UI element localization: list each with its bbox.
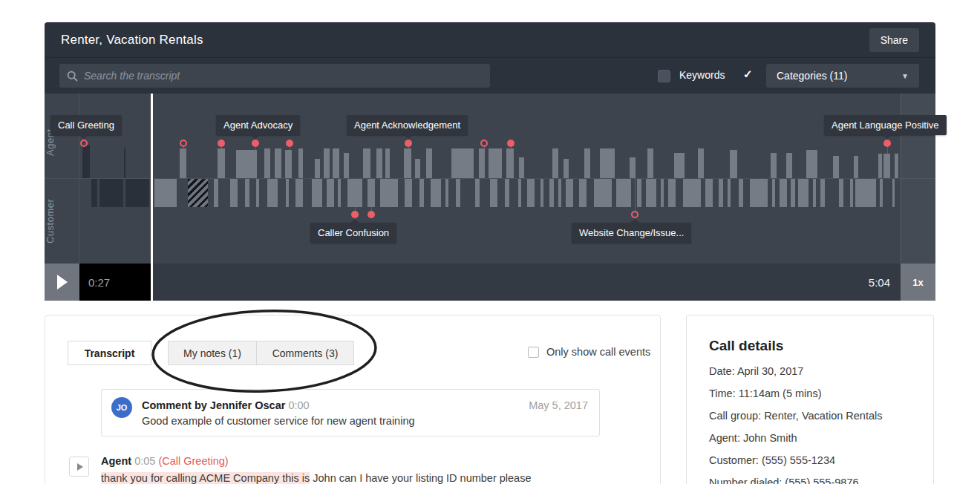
playhead[interactable]: [151, 94, 153, 301]
agent-utterance-bar[interactable]: [519, 157, 524, 178]
agent-utterance-bar[interactable]: [285, 150, 292, 178]
customer-utterance-bar[interactable]: [892, 179, 895, 207]
customer-utterance-bar[interactable]: [99, 179, 123, 207]
customer-utterance-bar[interactable]: [286, 179, 289, 207]
agent-utterance-bar[interactable]: [376, 148, 382, 178]
customer-utterance-bar[interactable]: [705, 179, 713, 207]
agent-utterance-bar[interactable]: [883, 154, 890, 178]
customer-utterance-bar[interactable]: [347, 179, 362, 207]
category-marker[interactable]: [286, 140, 293, 147]
category-marker[interactable]: [180, 140, 187, 147]
customer-utterance-bar[interactable]: [772, 179, 775, 207]
customer-utterance-bar[interactable]: [188, 179, 208, 207]
customer-utterance-bar[interactable]: [798, 179, 808, 207]
agent-utterance-bar[interactable]: [415, 159, 420, 178]
agent-utterance-bar[interactable]: [333, 148, 339, 178]
customer-utterance-bar[interactable]: [646, 179, 656, 207]
customer-utterance-bar[interactable]: [518, 179, 521, 207]
play-button[interactable]: [45, 264, 79, 301]
customer-utterance-bar[interactable]: [579, 179, 587, 207]
transcript-search-box[interactable]: [59, 64, 490, 88]
tab-transcript[interactable]: Transcript: [68, 341, 151, 365]
agent-utterance-bar[interactable]: [630, 157, 636, 178]
customer-utterance-bar[interactable]: [368, 179, 375, 207]
customer-utterance-bar[interactable]: [750, 179, 768, 207]
agent-utterance-bar[interactable]: [324, 148, 330, 178]
customer-utterance-bar[interactable]: [880, 179, 883, 207]
category-marker[interactable]: [507, 140, 514, 147]
agent-utterance-bar[interactable]: [506, 148, 514, 178]
customer-utterance-bar[interactable]: [616, 179, 631, 207]
search-input[interactable]: [84, 70, 483, 82]
agent-utterance-bar[interactable]: [833, 156, 839, 178]
agent-utterance-bar[interactable]: [82, 145, 90, 178]
agent-utterance-bar[interactable]: [264, 148, 270, 178]
agent-utterance-bar[interactable]: [275, 148, 281, 178]
customer-utterance-bar[interactable]: [855, 179, 876, 207]
agent-utterance-bar[interactable]: [479, 148, 485, 178]
customer-utterance-bar[interactable]: [791, 179, 795, 207]
share-button[interactable]: Share: [869, 28, 919, 52]
customer-utterance-bar[interactable]: [230, 179, 238, 207]
agent-utterance-bar[interactable]: [315, 159, 320, 178]
agent-utterance-bar[interactable]: [363, 148, 370, 178]
customer-utterance-bar[interactable]: [505, 179, 509, 207]
customer-utterance-bar[interactable]: [540, 179, 543, 207]
agent-utterance-bar[interactable]: [451, 148, 474, 178]
agent-utterance-bar[interactable]: [674, 153, 685, 178]
agent-utterance-bar[interactable]: [218, 148, 225, 178]
customer-utterance-bar[interactable]: [256, 179, 259, 207]
customer-utterance-bar[interactable]: [475, 179, 480, 207]
customer-utterance-bar[interactable]: [813, 179, 816, 207]
customer-utterance-bar[interactable]: [558, 179, 561, 207]
entry-play-button[interactable]: [69, 457, 89, 477]
agent-utterance-bar[interactable]: [895, 154, 898, 178]
customer-utterance-bar[interactable]: [668, 179, 676, 207]
customer-utterance-bar[interactable]: [594, 179, 612, 207]
tab-my-notes[interactable]: My notes (1): [168, 341, 257, 365]
customer-utterance-bar[interactable]: [490, 179, 497, 207]
agent-utterance-bar[interactable]: [344, 153, 349, 178]
category-marker[interactable]: [80, 140, 88, 147]
customer-utterance-bar[interactable]: [850, 179, 853, 207]
customer-utterance-bar[interactable]: [338, 179, 341, 207]
playback-bar[interactable]: 0:27 5:04 1x: [45, 264, 935, 301]
category-marker[interactable]: [351, 211, 359, 218]
customer-utterance-bar[interactable]: [456, 179, 460, 207]
category-marker[interactable]: [883, 140, 891, 147]
customer-utterance-bar[interactable]: [91, 179, 97, 207]
customer-utterance-bar[interactable]: [820, 179, 825, 207]
customer-utterance-bar[interactable]: [312, 179, 322, 207]
agent-utterance-bar[interactable]: [298, 148, 303, 178]
agent-utterance-bar[interactable]: [854, 156, 858, 178]
customer-utterance-bar[interactable]: [683, 179, 701, 207]
agent-utterance-bar[interactable]: [489, 148, 502, 178]
customer-utterance-bar[interactable]: [327, 179, 334, 207]
customer-utterance-bar[interactable]: [445, 179, 448, 207]
agent-utterance-bar[interactable]: [878, 154, 882, 178]
customer-utterance-bar[interactable]: [405, 179, 412, 207]
agent-utterance-bar[interactable]: [786, 153, 792, 178]
customer-utterance-bar[interactable]: [527, 179, 535, 207]
agent-utterance-bar[interactable]: [385, 148, 390, 178]
customer-utterance-bar[interactable]: [839, 179, 843, 207]
agent-utterance-bar[interactable]: [600, 148, 615, 178]
categories-dropdown[interactable]: Categories (11) ▼: [766, 64, 919, 88]
customer-utterance-bar[interactable]: [214, 179, 218, 207]
customer-utterance-bar[interactable]: [245, 179, 249, 207]
customer-utterance-bar[interactable]: [549, 179, 554, 207]
agent-utterance-bar[interactable]: [771, 153, 777, 178]
customer-utterance-bar[interactable]: [780, 179, 787, 207]
agent-utterance-bar[interactable]: [584, 148, 590, 178]
categories-checkbox-checked[interactable]: ✓: [743, 68, 753, 81]
only-show-call-events-checkbox[interactable]: [528, 347, 539, 358]
customer-utterance-bar[interactable]: [267, 179, 278, 207]
agent-utterance-bar[interactable]: [180, 148, 186, 178]
agent-utterance-bar[interactable]: [564, 159, 569, 178]
category-marker[interactable]: [480, 140, 488, 147]
customer-utterance-bar[interactable]: [728, 179, 731, 207]
agent-utterance-bar[interactable]: [124, 148, 125, 178]
agent-utterance-bar[interactable]: [404, 148, 411, 178]
agent-utterance-bar[interactable]: [698, 148, 704, 178]
customer-utterance-bar[interactable]: [295, 179, 303, 207]
